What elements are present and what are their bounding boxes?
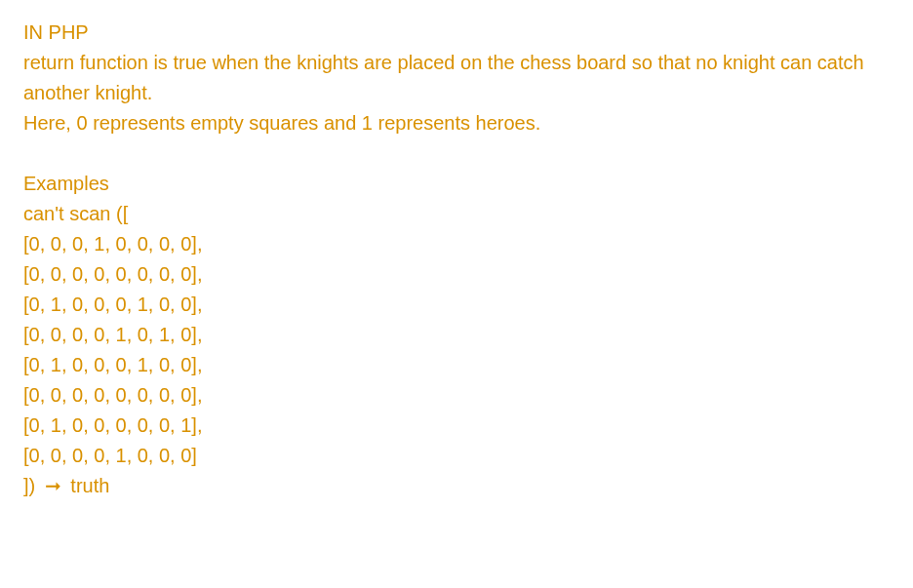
board-row: [0, 0, 0, 0, 0, 0, 0, 0], (23, 380, 890, 411)
board-row: [0, 1, 0, 0, 0, 1, 0, 0], (23, 290, 890, 320)
close-bracket: ]) (23, 475, 41, 496)
board-row: [0, 0, 0, 0, 0, 0, 0, 0], (23, 259, 890, 290)
examples-heading: Examples (23, 169, 890, 199)
board-row: [0, 0, 0, 0, 1, 0, 1, 0], (23, 320, 890, 350)
function-call-close: ]) ➞ truth (23, 471, 890, 501)
header-line: IN PHP (23, 18, 890, 48)
board-row: [0, 0, 0, 0, 1, 0, 0, 0] (23, 441, 890, 471)
arrow-icon: ➞ (45, 471, 61, 501)
board-row: [0, 1, 0, 0, 0, 1, 0, 0], (23, 350, 890, 380)
blank-line (23, 138, 890, 169)
result-value: truth (65, 475, 110, 496)
board-row: [0, 1, 0, 0, 0, 0, 0, 1], (23, 411, 890, 441)
description-line-2: Here, 0 represents empty squares and 1 r… (23, 108, 890, 138)
document-body: IN PHP return function is true when the … (23, 18, 890, 501)
function-call-open: can't scan ([ (23, 199, 890, 229)
description-line-1: return function is true when the knights… (23, 48, 890, 108)
board-row: [0, 0, 0, 1, 0, 0, 0, 0], (23, 229, 890, 259)
